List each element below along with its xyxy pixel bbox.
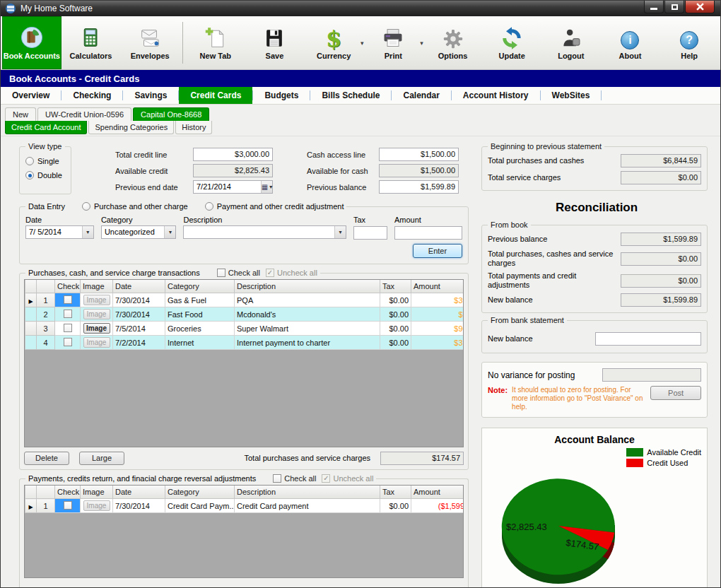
tab-credit-cards[interactable]: Credit Cards: [179, 87, 252, 104]
check-cell[interactable]: [55, 336, 81, 350]
row-selector-icon: ▶: [28, 298, 33, 305]
cash-access-line-label: Cash access line: [307, 151, 379, 159]
toolbar-options-button[interactable]: Options: [423, 16, 483, 69]
delete-button[interactable]: Delete: [24, 452, 69, 465]
toolbar-new-tab-button[interactable]: New Tab: [186, 16, 245, 69]
image-button[interactable]: Image: [83, 500, 110, 511]
toolbar-currency-button[interactable]: $ Currency: [304, 16, 363, 69]
view-type-single-radio[interactable]: Single: [25, 157, 71, 165]
purchases-table: Check Image Date Category Description Ta…: [24, 279, 464, 447]
chevron-down-icon: ▾: [334, 226, 346, 238]
check-cell[interactable]: [55, 307, 81, 322]
table-row[interactable]: 2 Image 7/30/2014 Fast Food Mcdonald's $…: [25, 307, 464, 322]
checkbox-checked-icon: ✓: [266, 269, 274, 277]
amount-input[interactable]: [394, 226, 462, 240]
toolbar-logout-button[interactable]: Logout: [541, 16, 601, 69]
row-selector-icon: ▶: [28, 504, 33, 510]
close-button[interactable]: [685, 1, 715, 13]
cash-access-line-field[interactable]: $1,500.00: [379, 148, 459, 161]
toolbar-book-accounts-button[interactable]: Book Accounts: [2, 16, 61, 69]
purchases-header-row: Check Image Date Category Description Ta…: [25, 280, 464, 293]
payments-title: Payments, credits return, and finacial c…: [28, 474, 256, 483]
payments-group: Payments, credits return, and finacial c…: [19, 478, 469, 588]
view-type-double-radio[interactable]: Double: [25, 171, 71, 180]
view-type-group: View type Single Double: [19, 146, 71, 194]
window-controls: [643, 1, 715, 13]
payments-check-all[interactable]: Check all: [273, 474, 316, 483]
detail-tab-credit-card-account[interactable]: Credit Card Account: [5, 121, 87, 134]
purchases-check-all[interactable]: Check all: [217, 269, 260, 277]
large-button[interactable]: Large: [79, 452, 124, 465]
book-total-purchases-field: $0.00: [621, 252, 701, 266]
account-tab-new[interactable]: New: [5, 107, 36, 121]
data-entry-group: Data Entry Purchase and other charge Pay…: [19, 206, 469, 264]
view-type-label: View type: [25, 142, 65, 151]
image-button[interactable]: Image: [83, 309, 110, 319]
available-credit-field: $2,825.43: [193, 164, 273, 177]
tab-savings[interactable]: Savings: [123, 87, 178, 104]
detail-tab-spending-categories[interactable]: Spending Categories: [88, 121, 174, 134]
payments-uncheck-all[interactable]: ✓Uncheck all: [322, 474, 373, 483]
chevron-down-icon: ▾: [269, 184, 272, 190]
account-tab-capital-one[interactable]: Capital One-8668: [133, 107, 209, 121]
total-service-charges-label: Total service charges: [488, 173, 621, 182]
toolbar-print-button[interactable]: Print: [363, 16, 423, 69]
main-tabs: Overview Checking Savings Credit Cards B…: [1, 87, 720, 105]
image-button[interactable]: Image: [83, 295, 110, 305]
table-row[interactable]: 4 Image 7/2/2014 Internet Internet payme…: [25, 336, 464, 350]
description-select[interactable]: ▾: [183, 225, 346, 239]
check-cell[interactable]: [55, 293, 81, 307]
toolbar-help-button[interactable]: ? Help: [660, 16, 719, 69]
book-accounts-icon: [20, 25, 44, 49]
purchases-group: Purchases, cash, and service charge tran…: [19, 273, 469, 470]
tab-bills-schedule[interactable]: Bills Schedule: [310, 87, 391, 104]
toolbar-calculators-button[interactable]: Calculators: [61, 16, 121, 69]
image-button[interactable]: Image: [83, 337, 110, 348]
purchase-radio[interactable]: Purchase and other charge: [82, 202, 188, 211]
bank-new-balance-input[interactable]: [595, 332, 701, 346]
table-row[interactable]: 3 Image 7/5/2014 Groceries Super Walmart…: [25, 322, 464, 336]
maximize-button[interactable]: [664, 1, 684, 13]
purchases-uncheck-all[interactable]: ✓Uncheck all: [266, 269, 317, 277]
toolbar-save-button[interactable]: Save: [245, 16, 305, 69]
description-label: Description: [183, 216, 346, 224]
toolbar-about-button[interactable]: i About: [601, 16, 660, 69]
chevron-down-icon: ▾: [164, 226, 175, 238]
total-credit-line-field[interactable]: $3,000.00: [193, 148, 273, 161]
tab-checking[interactable]: Checking: [61, 87, 122, 104]
book-total-payments-field: $0.00: [621, 274, 701, 288]
tab-budgets[interactable]: Budgets: [253, 87, 310, 104]
total-purchases-cashes-field: $6,844.59: [621, 154, 701, 167]
tab-overview[interactable]: Overview: [1, 87, 61, 104]
payment-radio[interactable]: Payment and other credit adjustment: [205, 202, 344, 211]
table-row[interactable]: ▶ 1 Image 7/30/2014 Credit Card Paym... …: [25, 499, 464, 513]
account-tab-uw-credit-union[interactable]: UW-Credit Union-0596: [37, 107, 131, 121]
previous-balance-field[interactable]: $1,599.89: [379, 180, 459, 194]
table-row[interactable]: ▶ 1 Image 7/30/2014 Gas & Fuel PQA $0.00…: [25, 293, 464, 307]
tab-account-history[interactable]: Account History: [452, 87, 540, 104]
checkbox-icon: [273, 474, 281, 483]
check-cell[interactable]: [55, 499, 81, 513]
check-cell[interactable]: [55, 322, 81, 336]
minimize-button[interactable]: [644, 1, 664, 13]
calculator-icon: [80, 25, 102, 49]
post-button[interactable]: Post: [650, 386, 701, 400]
tab-websites[interactable]: WebSites: [541, 87, 602, 104]
toolbar-update-button[interactable]: Update: [482, 16, 541, 69]
minimize-icon: [650, 8, 657, 10]
info-icon: i: [621, 31, 639, 49]
enter-button[interactable]: Enter: [413, 244, 462, 258]
toolbar-envelopes-button[interactable]: Envelopes: [120, 16, 180, 69]
date-select[interactable]: 7/ 5/2014▾: [25, 225, 94, 239]
from-bank-title: From bank statement: [488, 316, 567, 324]
category-select[interactable]: Uncategorized▾: [101, 225, 177, 239]
detail-tab-history[interactable]: History: [175, 121, 212, 134]
previous-end-date-picker[interactable]: 7/21/2014 ▦▾: [193, 180, 273, 194]
tax-input[interactable]: [353, 226, 387, 240]
image-button[interactable]: Image: [83, 323, 110, 334]
tab-calendar[interactable]: Calendar: [392, 87, 450, 104]
from-book-group: From book Previous balance $1,599.89 Tot…: [481, 225, 708, 313]
book-previous-balance-label: Previous balance: [488, 235, 621, 244]
book-total-purchases-label: Total purchases, cashes and service char…: [488, 249, 621, 268]
toolbar-separator: [182, 22, 183, 64]
